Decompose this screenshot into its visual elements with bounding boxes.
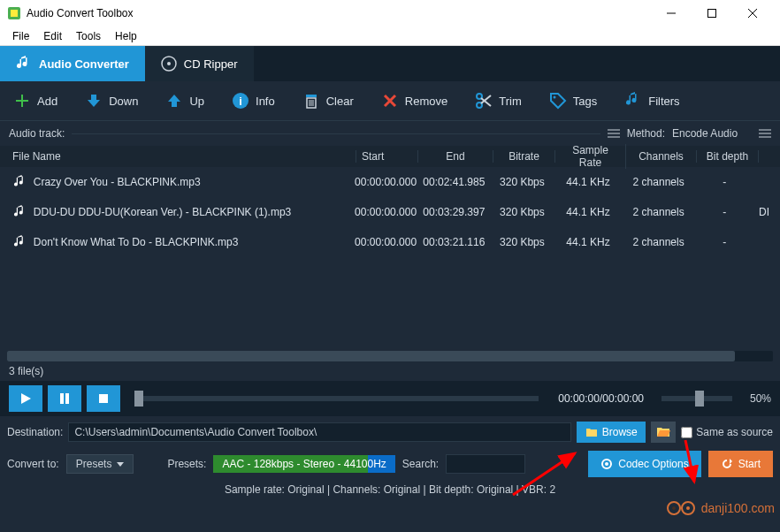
trim-button[interactable]: Trim <box>474 91 522 110</box>
tab-label: CD Ripper <box>184 57 238 71</box>
open-folder-button[interactable] <box>651 422 676 443</box>
start-button[interactable]: Start <box>708 451 773 477</box>
maximize-button[interactable] <box>692 0 732 27</box>
cell-start: 00:00:00.000 <box>355 176 417 188</box>
clear-button[interactable]: Clear <box>302 91 354 110</box>
menu-file[interactable]: File <box>5 28 36 44</box>
presets-label: Presets: <box>167 458 206 470</box>
cell-bitrate: 320 Kbps <box>492 176 554 188</box>
scissors-icon <box>474 91 493 110</box>
info-button[interactable]: i Info <box>231 91 275 110</box>
filters-button[interactable]: Filters <box>623 91 679 110</box>
seek-slider[interactable] <box>134 396 539 401</box>
watermark: danji100.com <box>666 500 775 516</box>
col-filename[interactable]: File Name <box>7 150 356 163</box>
menu-edit[interactable]: Edit <box>36 28 69 44</box>
convert-to-label: Convert to: <box>7 458 59 470</box>
col-channels[interactable]: Channels <box>626 150 697 163</box>
play-button[interactable] <box>9 385 42 412</box>
gear-icon <box>600 458 613 470</box>
status-bar: Sample rate: Original | Channels: Origin… <box>0 480 780 499</box>
player-bar: 00:00:00/00:00:00 50% <box>0 381 780 416</box>
tab-cd-ripper[interactable]: CD Ripper <box>145 46 254 81</box>
cell-filename: Crazy Over You - BLACKPINK.mp3 <box>34 176 355 188</box>
table-row[interactable]: Crazy Over You - BLACKPINK.mp300:00:00.0… <box>0 167 780 197</box>
cell-start: 00:00:00.000 <box>355 206 417 218</box>
same-as-source-checkbox[interactable]: Same as source <box>681 426 773 438</box>
hamburger-icon[interactable] <box>759 128 771 139</box>
codec-options-button[interactable]: Codec Options <box>588 451 700 477</box>
add-button[interactable]: Add <box>12 91 57 110</box>
time-display: 00:00:00/00:00:00 <box>558 392 644 405</box>
cell-filename: DDU-DU DDU-DU(Korean Ver.) - BLACKPINK (… <box>34 206 355 218</box>
cell-bitrate: 320 Kbps <box>492 236 554 248</box>
remove-button[interactable]: Remove <box>380 91 447 110</box>
track-method-row: Audio track: Method: Encode Audio <box>0 121 780 146</box>
presets-button[interactable]: Presets <box>66 454 134 474</box>
file-table: File Name Start End Bitrate Sample Rate … <box>0 146 780 361</box>
pause-button[interactable] <box>48 385 81 412</box>
browse-button[interactable]: Browse <box>577 422 646 443</box>
cell-end: 00:03:29.397 <box>417 206 492 218</box>
destination-row: Destination: C:\Users\admin\Documents\Au… <box>0 416 780 448</box>
preset-value-chip[interactable]: AAC - 128kbps - Stereo - 44100Hz <box>213 455 394 473</box>
col-start[interactable]: Start <box>356 150 418 163</box>
close-button[interactable] <box>732 0 773 27</box>
cell-filename: Don't Know What To Do - BLACKPINK.mp3 <box>34 236 355 248</box>
folder-icon <box>585 427 598 437</box>
titlebar: Audio Convert Toolbox <box>0 0 780 27</box>
search-label: Search: <box>402 458 439 470</box>
convert-row: Convert to: Presets Presets: AAC - 128kb… <box>0 448 780 480</box>
col-bitrate[interactable]: Bitrate <box>493 150 555 163</box>
table-row[interactable]: Don't Know What To Do - BLACKPINK.mp300:… <box>0 227 780 257</box>
horizontal-scrollbar[interactable] <box>7 351 773 361</box>
cell-bitrate: 320 Kbps <box>492 206 554 218</box>
col-sample[interactable]: Sample Rate <box>555 144 626 169</box>
svg-point-19 <box>553 96 555 99</box>
menu-tools[interactable]: Tools <box>69 28 108 44</box>
cell-channels: 2 channels <box>623 236 694 248</box>
svg-point-30 <box>605 462 608 466</box>
menu-help[interactable]: Help <box>108 28 144 44</box>
tags-button[interactable]: Tags <box>548 91 597 110</box>
cell-di: DI <box>755 206 773 218</box>
cell-start: 00:00:00.000 <box>355 236 417 248</box>
cell-bitdepth: - <box>693 176 755 188</box>
trash-icon <box>302 91 321 110</box>
table-row[interactable]: DDU-DU DDU-DU(Korean Ver.) - BLACKPINK (… <box>0 197 780 227</box>
cd-icon <box>161 56 177 72</box>
chevron-down-icon <box>117 462 124 467</box>
toolbar: Add Down Up i Info Clear Remove Trim Tag… <box>0 81 780 120</box>
svg-point-36 <box>686 506 690 510</box>
table-header: File Name Start End Bitrate Sample Rate … <box>0 146 780 167</box>
hamburger-icon[interactable] <box>608 128 620 139</box>
file-count: 3 file(s) <box>0 361 780 381</box>
svg-rect-3 <box>708 10 716 18</box>
destination-path-field[interactable]: C:\Users\admin\Documents\Audio Convert T… <box>68 422 571 442</box>
cell-bitdepth: - <box>693 206 755 218</box>
down-button[interactable]: Down <box>84 91 138 110</box>
svg-text:i: i <box>239 95 242 108</box>
audio-track-field[interactable] <box>72 133 600 134</box>
stop-button[interactable] <box>87 385 120 412</box>
tab-audio-converter[interactable]: Audio Converter <box>0 46 145 81</box>
cell-sample: 44.1 KHz <box>553 206 623 218</box>
music-note-icon <box>7 205 34 219</box>
minimize-button[interactable] <box>651 0 692 27</box>
search-input[interactable] <box>446 454 525 474</box>
up-button[interactable]: Up <box>164 91 204 110</box>
audio-track-label: Audio track: <box>9 127 65 140</box>
col-bitdepth[interactable]: Bit depth <box>697 150 759 163</box>
table-body: Crazy Over You - BLACKPINK.mp300:00:00.0… <box>0 167 780 347</box>
refresh-icon <box>721 458 733 470</box>
app-icon <box>7 6 21 20</box>
plus-icon <box>12 91 32 110</box>
cell-channels: 2 channels <box>623 206 694 218</box>
method-value[interactable]: Encode Audio <box>672 127 752 140</box>
col-end[interactable]: End <box>418 150 493 163</box>
volume-slider[interactable] <box>661 396 732 401</box>
status-text: Sample rate: Original | Channels: Origin… <box>225 483 555 496</box>
destination-label: Destination: <box>7 426 63 438</box>
svg-point-7 <box>167 62 171 65</box>
info-icon: i <box>231 91 250 110</box>
